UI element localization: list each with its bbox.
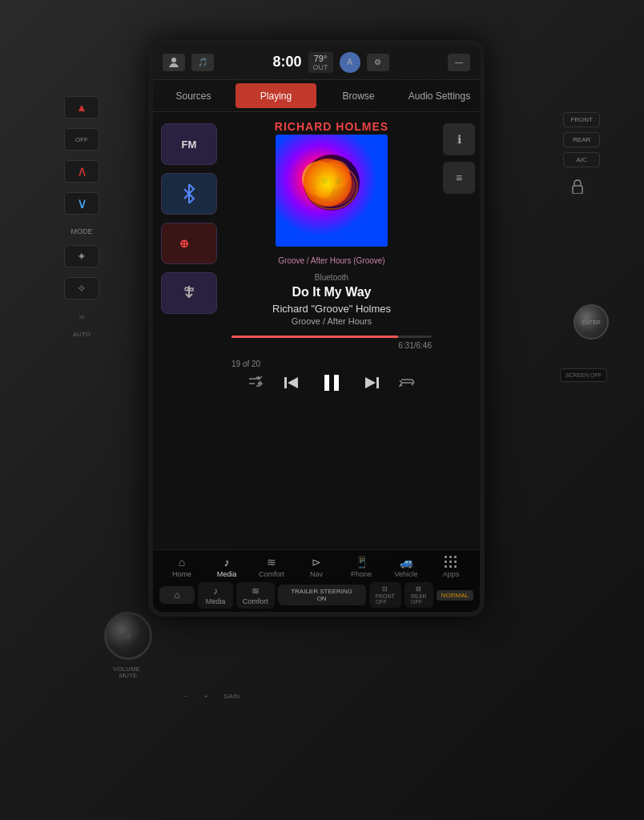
vehicle-label: Vehicle — [394, 570, 417, 578]
mode-label: MODE — [64, 227, 99, 235]
media-icon: ♪ — [224, 556, 230, 569]
album-subtitle: Groove / After Hours (Groove) — [278, 256, 384, 265]
lock-icon — [563, 172, 592, 201]
nav-apps[interactable]: Apps — [429, 556, 473, 578]
svg-text:⊕: ⊕ — [179, 237, 189, 250]
nav-comfort[interactable]: ≋ Comfort — [249, 556, 294, 578]
media-quick-button[interactable]: ♪ Media — [198, 582, 233, 609]
progress-bar-background[interactable] — [231, 336, 432, 338]
up-button[interactable]: ∧ — [64, 160, 99, 183]
fan-button-2[interactable]: ✧ — [64, 277, 99, 299]
right-sidebar: ℹ ≡ — [438, 112, 480, 549]
svg-point-7 — [321, 160, 350, 189]
home-quick-button[interactable]: ⌂ — [159, 586, 195, 604]
track-artist: Richard "Groove" Holmes — [272, 303, 391, 315]
track-title: Do It My Way — [292, 285, 372, 299]
previous-button[interactable] — [284, 375, 301, 391]
gain-minus[interactable]: − — [184, 693, 188, 700]
artist-name: RICHARD HOLMES — [275, 120, 388, 133]
user-avatar[interactable]: A — [340, 52, 360, 73]
media-quick-label: Media — [206, 597, 226, 605]
nav-phone[interactable]: 📱 Phone — [339, 556, 384, 578]
svg-point-9 — [316, 183, 332, 199]
normal-badge[interactable]: NORMAL — [437, 590, 473, 601]
home-quick-icon: ⌂ — [174, 589, 179, 601]
track-album: Groove / After Hours — [292, 316, 372, 326]
volume-knob[interactable] — [104, 612, 152, 660]
svg-point-2 — [185, 287, 188, 291]
list-button[interactable]: ≡ — [443, 162, 475, 194]
status-right: — — [448, 54, 470, 71]
svg-point-10 — [306, 164, 357, 209]
comfort-quick-icon: ≋ — [252, 585, 260, 597]
mail-icon: ✉ — [64, 314, 99, 321]
settings-icon[interactable]: ⚙ — [367, 54, 389, 71]
mute-label: MUTE — [104, 672, 152, 679]
music-icon[interactable]: 🎵 — [191, 54, 214, 71]
fan-button[interactable]: ✦ — [64, 245, 99, 267]
usb-source-button[interactable] — [161, 272, 217, 314]
svg-point-0 — [171, 58, 176, 62]
svg-rect-13 — [284, 377, 287, 388]
quick-actions: ⌂ ♪ Media ≋ Comfort TRAILER STEERING ON … — [159, 582, 473, 609]
svg-point-12 — [335, 178, 341, 184]
hazard-button[interactable]: ▲ — [64, 96, 99, 119]
enter-knob[interactable]: ENTER — [574, 304, 609, 340]
front-off-button[interactable]: ⊡ FRONTOFF — [369, 582, 401, 608]
minimize-icon[interactable]: — — [448, 54, 470, 71]
media-label: Media — [217, 570, 237, 578]
comfort-icon: ≋ — [267, 556, 276, 569]
off-button[interactable]: OFF — [64, 128, 99, 151]
home-label: Home — [172, 570, 191, 578]
left-physical-controls: ▲ OFF ∧ ∨ MODE ✦ ✧ ✉ AUTO — [64, 96, 99, 338]
svg-marker-14 — [288, 377, 298, 388]
right-physical-controls: FRONT REAR A/C — [563, 112, 600, 201]
apps-icon — [445, 556, 457, 569]
repeat-button[interactable] — [399, 376, 415, 389]
clock: 8:00 — [272, 54, 301, 70]
bottom-navigation: ⌂ Home ♪ Media ≋ Comfort ⊳ Nav 📱 Phon — [159, 553, 473, 581]
profile-icon[interactable] — [163, 54, 185, 71]
album-art — [276, 135, 388, 247]
bluetooth-source-button[interactable] — [161, 173, 217, 215]
rear-off-button[interactable]: ⊟ REAROFF — [405, 582, 433, 608]
tab-playing[interactable]: Playing — [235, 83, 316, 108]
front-btn[interactable]: FRONT — [563, 112, 600, 127]
down-button[interactable]: ∨ — [64, 192, 99, 215]
progress-time: 6:31/6:46 — [231, 341, 432, 350]
info-button[interactable]: ℹ — [443, 123, 475, 155]
nav-home[interactable]: ⌂ Home — [159, 556, 204, 578]
media-quick-icon: ♪ — [213, 585, 218, 597]
home-icon: ⌂ — [179, 556, 185, 569]
progress-bar-fill — [231, 336, 398, 338]
tab-audio-settings[interactable]: Audio Settings — [399, 80, 480, 111]
rear-off-label: REAROFF — [411, 593, 426, 605]
ac-btn[interactable]: A/C — [563, 152, 600, 167]
album-art-image — [276, 135, 388, 247]
nav-nav[interactable]: ⊳ Nav — [294, 556, 339, 578]
sirius-source-button[interactable]: ⊕ — [161, 223, 217, 264]
comfort-quick-button[interactable]: ≋ Comfort — [236, 582, 275, 609]
gain-label: GAIN — [223, 693, 239, 700]
trailer-steering-button[interactable]: TRAILER STEERING ON — [278, 585, 366, 605]
vehicle-icon: 🚙 — [400, 556, 413, 569]
normal-label: NORMAL — [441, 592, 469, 599]
screen-off-button[interactable]: SCREEN OFF — [560, 368, 607, 382]
status-center: 8:00 79° OUT A ⚙ — [272, 52, 388, 73]
bottom-bar: ⌂ Home ♪ Media ≋ Comfort ⊳ Nav 📱 Phon — [153, 549, 480, 612]
car-background: ▲ OFF ∧ ∨ MODE ✦ ✧ ✉ AUTO VOLUME MUTE — [0, 0, 644, 820]
svg-rect-19 — [573, 186, 582, 194]
shuffle-button[interactable] — [248, 376, 264, 389]
svg-rect-3 — [190, 288, 193, 291]
gain-plus[interactable]: + — [204, 693, 208, 700]
rear-btn[interactable]: REAR — [563, 132, 600, 147]
fm-source-button[interactable]: FM — [161, 123, 217, 165]
next-button[interactable] — [362, 375, 380, 391]
nav-media[interactable]: ♪ Media — [204, 556, 249, 578]
tab-sources[interactable]: Sources — [153, 80, 234, 111]
play-pause-button[interactable] — [320, 372, 343, 394]
svg-rect-15 — [324, 375, 329, 391]
nav-vehicle[interactable]: 🚙 Vehicle — [384, 556, 429, 578]
rear-icon: ⊟ — [416, 585, 421, 593]
tab-browse[interactable]: Browse — [318, 80, 399, 111]
